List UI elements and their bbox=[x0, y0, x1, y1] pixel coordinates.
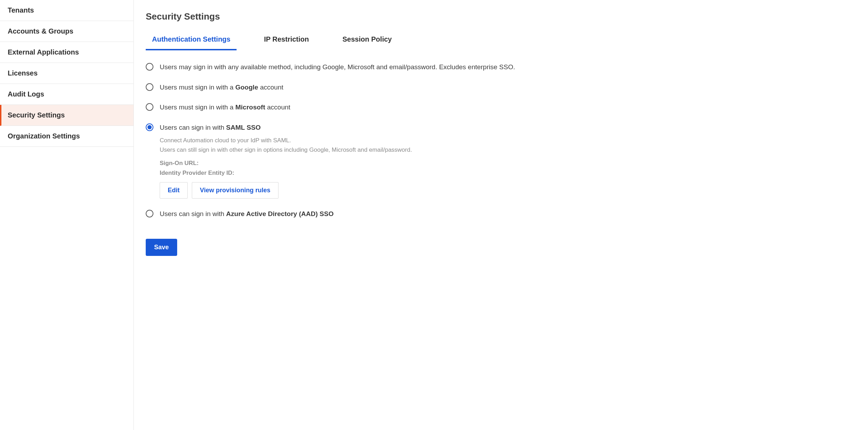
sidebar-item-external-applications[interactable]: External Applications bbox=[0, 42, 133, 63]
radio-any-method[interactable] bbox=[146, 63, 153, 71]
option-any-method: Users may sign in with any available met… bbox=[146, 62, 856, 72]
option-microsoft: Users must sign in with a Microsoft acco… bbox=[146, 102, 856, 112]
sidebar-item-accounts-groups[interactable]: Accounts & Groups bbox=[0, 21, 133, 42]
option-microsoft-suffix: account bbox=[265, 103, 290, 111]
save-button[interactable]: Save bbox=[146, 239, 177, 256]
auth-options: Users may sign in with any available met… bbox=[146, 62, 856, 218]
option-google-prefix: Users must sign in with a bbox=[160, 84, 235, 91]
option-saml-label: Users can sign in with SAML SSO bbox=[160, 123, 412, 132]
save-row: Save bbox=[146, 239, 856, 256]
sidebar-item-licenses[interactable]: Licenses bbox=[0, 63, 133, 84]
option-microsoft-prefix: Users must sign in with a bbox=[160, 103, 235, 111]
option-saml-desc1: Connect Automation cloud to your IdP wit… bbox=[160, 136, 412, 145]
radio-saml[interactable] bbox=[146, 123, 153, 131]
option-aad-bold: Azure Active Directory (AAD) SSO bbox=[226, 210, 334, 217]
sidebar-item-organization-settings[interactable]: Organization Settings bbox=[0, 126, 133, 147]
option-saml-desc2: Users can still sign in with other sign … bbox=[160, 145, 412, 155]
radio-aad[interactable] bbox=[146, 210, 153, 217]
sidebar-item-tenants[interactable]: Tenants bbox=[0, 0, 133, 21]
option-saml-bold: SAML SSO bbox=[226, 124, 261, 131]
option-aad-label: Users can sign in with Azure Active Dire… bbox=[160, 209, 334, 219]
option-saml: Users can sign in with SAML SSO Connect … bbox=[146, 123, 856, 199]
sidebar: Tenants Accounts & Groups External Appli… bbox=[0, 0, 134, 430]
option-saml-details: Connect Automation cloud to your IdP wit… bbox=[160, 136, 412, 155]
option-saml-prefix: Users can sign in with bbox=[160, 124, 226, 131]
option-aad-prefix: Users can sign in with bbox=[160, 210, 226, 217]
tab-session-policy[interactable]: Session Policy bbox=[336, 35, 398, 50]
option-google-label: Users must sign in with a Google account bbox=[160, 83, 283, 92]
page-title: Security Settings bbox=[146, 11, 856, 22]
radio-microsoft[interactable] bbox=[146, 103, 153, 111]
option-aad: Users can sign in with Azure Active Dire… bbox=[146, 209, 856, 219]
edit-button[interactable]: Edit bbox=[160, 182, 188, 199]
view-provisioning-rules-button[interactable]: View provisioning rules bbox=[192, 182, 279, 199]
main-content: Security Settings Authentication Setting… bbox=[134, 0, 868, 430]
option-google: Users must sign in with a Google account bbox=[146, 83, 856, 92]
option-microsoft-bold: Microsoft bbox=[235, 103, 265, 111]
tabs-bar: Authentication Settings IP Restriction S… bbox=[146, 35, 856, 50]
sidebar-item-security-settings[interactable]: Security Settings bbox=[0, 105, 133, 126]
app-layout: Tenants Accounts & Groups External Appli… bbox=[0, 0, 868, 430]
option-google-suffix: account bbox=[258, 84, 283, 91]
entity-id-label: Identity Provider Entity ID: bbox=[160, 170, 412, 177]
radio-google[interactable] bbox=[146, 83, 153, 91]
sidebar-item-audit-logs[interactable]: Audit Logs bbox=[0, 84, 133, 105]
option-saml-buttons: Edit View provisioning rules bbox=[160, 182, 412, 199]
signon-url-label: Sign-On URL: bbox=[160, 160, 412, 167]
option-google-bold: Google bbox=[235, 84, 258, 91]
option-any-label: Users may sign in with any available met… bbox=[160, 62, 515, 72]
option-microsoft-label: Users must sign in with a Microsoft acco… bbox=[160, 102, 290, 112]
tab-ip-restriction[interactable]: IP Restriction bbox=[258, 35, 315, 50]
tab-authentication-settings[interactable]: Authentication Settings bbox=[146, 35, 237, 50]
option-saml-fields: Sign-On URL: Identity Provider Entity ID… bbox=[160, 160, 412, 177]
